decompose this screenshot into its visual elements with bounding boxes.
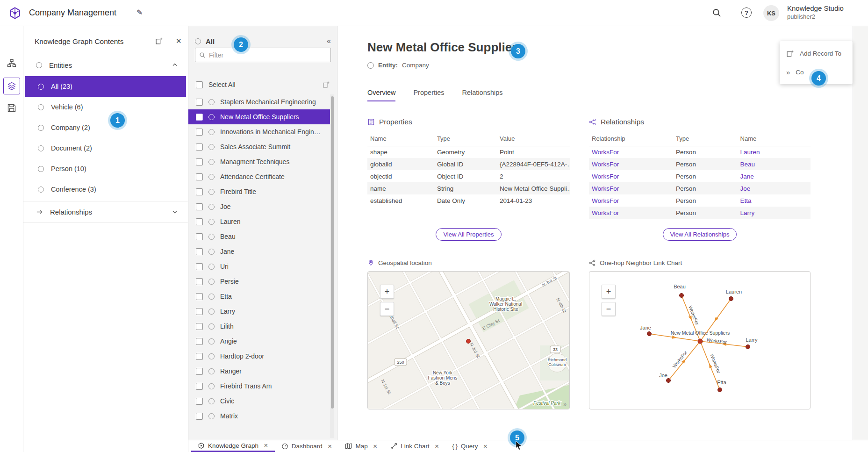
relationship-link[interactable]: WorksFor — [589, 170, 673, 182]
tab-properties[interactable]: Properties — [413, 89, 444, 101]
list-item-selected[interactable]: New Metal Office Suppliers — [188, 109, 332, 124]
checkbox[interactable] — [196, 233, 203, 240]
zoom-in-button[interactable]: + — [602, 285, 616, 299]
record-link[interactable]: Jane — [738, 170, 811, 182]
node-jane[interactable] — [647, 332, 652, 336]
help-icon[interactable]: ? — [741, 7, 752, 18]
close-icon[interactable]: ✕ — [328, 443, 332, 450]
list-item[interactable]: Matrix — [188, 409, 332, 423]
record-location-marker[interactable] — [466, 339, 471, 344]
layers-icon-selected[interactable] — [3, 78, 20, 94]
tab-knowledge-graph[interactable]: Knowledge Graph ✕ — [191, 440, 275, 452]
link-chart-widget[interactable]: WorksFor WorksFor WorksFor WorksFor Beau… — [589, 271, 811, 409]
checkbox[interactable] — [196, 293, 203, 300]
close-icon[interactable]: ✕ — [176, 37, 182, 45]
chevron-up-icon[interactable] — [172, 62, 178, 68]
add-record-icon[interactable] — [155, 37, 163, 45]
relationship-link[interactable]: WorksFor — [589, 182, 673, 194]
close-icon[interactable]: ✕ — [373, 443, 378, 450]
node-beau[interactable] — [680, 294, 684, 298]
list-item[interactable]: Uri — [188, 259, 332, 274]
checkbox[interactable] — [196, 308, 203, 315]
relationship-link[interactable]: WorksFor — [589, 158, 673, 170]
node-lauren[interactable] — [729, 297, 733, 301]
checkbox[interactable] — [196, 248, 203, 255]
checkbox[interactable] — [196, 158, 203, 165]
entities-section-header[interactable]: Entities — [23, 57, 188, 73]
checkbox[interactable] — [196, 278, 203, 285]
scrollbar-thumb[interactable] — [331, 96, 334, 409]
record-link[interactable]: Larry — [738, 207, 811, 219]
list-item[interactable]: Persie — [188, 274, 332, 289]
zoom-in-button[interactable]: + — [380, 285, 394, 299]
hierarchy-icon[interactable] — [7, 58, 16, 68]
record-link[interactable]: Joe — [738, 182, 811, 194]
list-item[interactable]: Lilith — [188, 319, 332, 334]
tab-map[interactable]: Map ✕ — [338, 440, 384, 452]
list-item[interactable]: Attendance Certificate — [188, 169, 332, 184]
add-record-icon[interactable] — [323, 81, 330, 88]
relationship-link[interactable]: WorksFor — [589, 194, 673, 207]
map-widget[interactable]: N 3rd St N 4th St E Clay St Marshall St … — [367, 271, 570, 409]
checkbox[interactable] — [196, 398, 203, 405]
checkbox[interactable] — [196, 99, 203, 106]
list-item[interactable]: Staplers Mechanical Engineering — [188, 94, 332, 109]
view-all-relationships-button[interactable]: View All Relationships — [663, 228, 737, 241]
list-item[interactable]: Larry — [188, 304, 332, 319]
tab-link-chart[interactable]: Link Chart ✕ — [384, 440, 445, 452]
filter-box[interactable] — [195, 48, 331, 62]
sidebar-item-vehicle[interactable]: Vehicle (6) — [25, 97, 186, 117]
checkbox[interactable] — [196, 323, 203, 330]
avatar[interactable]: KS — [763, 5, 779, 21]
tab-dashboard[interactable]: Dashboard ✕ — [275, 440, 339, 452]
view-all-properties-button[interactable]: View All Properties — [436, 228, 501, 241]
checkbox[interactable] — [196, 338, 203, 345]
list-item[interactable]: Joe — [188, 199, 332, 214]
list-item[interactable]: Angie — [188, 334, 332, 349]
filter-input[interactable] — [209, 51, 327, 59]
search-icon[interactable] — [712, 8, 722, 18]
list-item[interactable]: Civic — [188, 394, 332, 409]
tab-overview[interactable]: Overview — [367, 89, 395, 101]
list-item[interactable]: Beau — [188, 229, 332, 244]
map-canvas[interactable]: N 3rd St N 4th St E Clay St Marshall St … — [368, 272, 570, 409]
scope-label[interactable]: All — [206, 37, 215, 45]
checkbox[interactable] — [196, 143, 203, 151]
checkbox[interactable] — [196, 218, 203, 225]
list-item[interactable]: Jane — [188, 244, 332, 259]
sidebar-item-document[interactable]: Document (2) — [25, 138, 186, 158]
checkbox[interactable] — [196, 263, 203, 270]
record-link[interactable]: Etta — [738, 194, 811, 207]
zoom-out-button[interactable]: − — [380, 302, 394, 316]
relationships-section-header[interactable]: Relationships — [23, 201, 188, 222]
zoom-out-button[interactable]: − — [602, 302, 616, 316]
close-icon[interactable]: ✕ — [435, 443, 439, 450]
menu-item-add-record-to[interactable]: Add Record To — [780, 44, 853, 63]
list-item[interactable]: Lauren — [188, 214, 332, 229]
record-link[interactable]: Lauren — [738, 146, 811, 158]
sidebar-item-company[interactable]: Company (2) — [25, 117, 186, 138]
node-center[interactable] — [698, 339, 703, 344]
list-item[interactable]: Innovations in Mechanical Engin… — [188, 124, 332, 139]
record-link[interactable]: Beau — [738, 158, 811, 170]
checkbox[interactable] — [196, 203, 203, 210]
sidebar-item-person[interactable]: Person (10) — [25, 158, 186, 179]
relationship-link[interactable]: WorksFor — [589, 146, 673, 158]
checkbox[interactable] — [196, 173, 203, 180]
chevron-down-icon[interactable] — [172, 209, 178, 215]
checkbox[interactable] — [196, 368, 203, 375]
list-item[interactable]: Firebird Trans Am — [188, 379, 332, 394]
sidebar-item-all[interactable]: All (23) — [25, 76, 186, 97]
link-chart-canvas[interactable]: WorksFor WorksFor WorksFor WorksFor Beau… — [589, 272, 811, 409]
checkbox[interactable] — [196, 129, 203, 136]
list-item[interactable]: Sales Associate Summit — [188, 139, 332, 154]
list-item[interactable]: Hardtop 2-door — [188, 349, 332, 364]
checkbox[interactable] — [196, 383, 203, 390]
edit-icon[interactable]: ✎ — [136, 8, 143, 17]
relationship-link[interactable]: WorksFor — [589, 207, 673, 219]
node-joe[interactable] — [667, 379, 671, 383]
sidebar-item-conference[interactable]: Conference (3) — [25, 179, 186, 200]
save-icon[interactable] — [7, 103, 16, 113]
list-item[interactable]: Ranger — [188, 364, 332, 379]
list-item[interactable]: Firebird Title — [188, 184, 332, 199]
